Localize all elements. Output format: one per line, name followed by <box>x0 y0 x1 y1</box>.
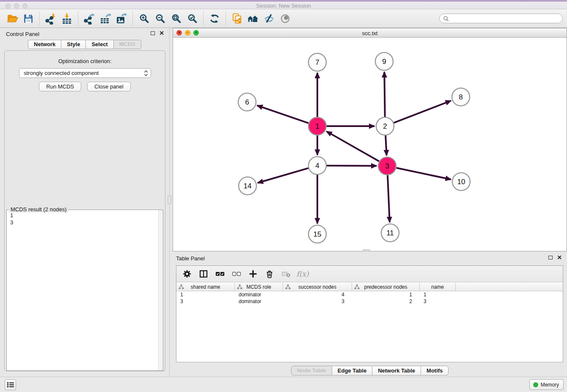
mcds-result-line: 1 <box>10 212 160 219</box>
table-row[interactable]: 1dominator411 <box>176 291 563 298</box>
graph-node-label: 10 <box>457 178 465 186</box>
delete-table-icon[interactable] <box>281 269 291 279</box>
table-row[interactable]: 3dominator323 <box>176 298 563 305</box>
function-builder-icon[interactable]: f(x) <box>298 269 307 279</box>
tab-mcds[interactable]: MCDS <box>114 40 141 49</box>
column-header-predecessor-nodes[interactable]: predecessor nodes <box>352 283 420 291</box>
edge-2-9[interactable] <box>384 72 385 117</box>
mcds-result-list: 13 <box>7 210 163 228</box>
panel-splitter-grip[interactable] <box>168 196 171 204</box>
float-table-panel-icon[interactable] <box>548 256 553 259</box>
network-view-window: ✕ − + scc.txt 1234678910111415 <box>173 28 567 251</box>
import-table-icon[interactable] <box>59 11 75 26</box>
criterion-dropdown-value: strongly connected component <box>24 70 144 76</box>
export-network-icon[interactable] <box>81 11 97 26</box>
cell-name: 1 <box>420 292 456 298</box>
titlebar-accent <box>0 0 567 2</box>
show-columns-icon[interactable] <box>199 269 208 279</box>
chevron-up-down-icon <box>144 70 148 77</box>
status-bar: Memory <box>0 377 567 392</box>
task-history-button[interactable] <box>5 379 16 390</box>
toolbar-separator <box>226 11 226 26</box>
column-header-label: predecessor nodes <box>364 284 407 290</box>
tab-network[interactable]: Network <box>28 40 61 49</box>
memory-label: Memory <box>541 382 559 388</box>
run-mcds-button[interactable]: Run MCDS <box>39 82 81 91</box>
delete-column-trash-icon[interactable] <box>265 269 274 279</box>
toolbar-separator <box>132 11 133 26</box>
window-title: Session: New Session <box>0 3 567 9</box>
cell-mcds-role: dominator <box>235 292 283 298</box>
search-text-field[interactable] <box>451 16 559 22</box>
tab-style[interactable]: Style <box>61 40 86 49</box>
cell-predecessor-nodes: 2 <box>352 298 420 304</box>
tab-motifs[interactable]: Motifs <box>421 366 449 375</box>
tab-select[interactable]: Select <box>86 40 113 49</box>
graph-node-label: 7 <box>315 58 319 66</box>
network-resize-grip[interactable] <box>363 249 370 251</box>
table-toolbar: f(x) <box>176 266 563 282</box>
edge-1-6[interactable] <box>257 105 309 123</box>
graph-node-label: 11 <box>386 229 394 237</box>
cell-shared-name: 1 <box>176 292 235 298</box>
column-header-name[interactable]: name <box>420 283 456 291</box>
export-image-icon[interactable] <box>113 11 129 26</box>
zoom-fit-icon[interactable] <box>168 11 184 26</box>
search-input[interactable] <box>439 14 563 23</box>
optimization-criterion-label: Optimization criterion: <box>5 58 165 64</box>
tab-network-table[interactable]: Network Table <box>372 366 421 375</box>
hide-selected-icon[interactable] <box>261 11 277 26</box>
edge-4-14[interactable] <box>258 168 308 183</box>
criterion-dropdown[interactable]: strongly connected component <box>19 68 151 78</box>
import-network-icon[interactable] <box>43 11 59 26</box>
close-table-panel-icon[interactable]: ✕ <box>557 255 562 259</box>
control-panel-title: Control Panel <box>6 31 39 37</box>
table-body: 1dominator4113dominator323 <box>176 291 563 305</box>
open-folder-icon[interactable] <box>4 11 20 26</box>
edge-4-3[interactable] <box>327 166 377 166</box>
network-canvas[interactable]: 1234678910111415 <box>173 38 567 251</box>
save-icon[interactable] <box>20 11 36 26</box>
zoom-in-icon[interactable] <box>136 11 152 26</box>
search-icon <box>443 16 449 22</box>
deselect-all-icon[interactable] <box>232 269 241 279</box>
clone-network-icon[interactable] <box>229 11 245 26</box>
float-panel-icon[interactable] <box>151 31 155 35</box>
zoom-selected-icon[interactable] <box>184 11 200 26</box>
first-neighbors-icon[interactable] <box>245 11 261 26</box>
graph-node-label: 2 <box>383 122 387 130</box>
column-header-successor-nodes[interactable]: successor nodes <box>283 283 352 291</box>
add-column-icon[interactable] <box>248 269 258 279</box>
edge-2-3[interactable] <box>385 135 387 155</box>
select-all-icon[interactable] <box>215 269 225 279</box>
graph-node-label: 14 <box>244 182 252 190</box>
tab-node-table[interactable]: Node Table <box>291 366 332 375</box>
show-hidden-icon[interactable] <box>277 11 293 26</box>
memory-button[interactable]: Memory <box>529 379 564 390</box>
table-panel-title: Table Panel <box>176 255 205 262</box>
column-header-label: successor nodes <box>298 284 336 290</box>
list-icon <box>7 382 14 388</box>
cell-predecessor-nodes: 1 <box>352 292 420 298</box>
tab-edge-table[interactable]: Edge Table <box>332 366 372 375</box>
close-panel-button[interactable]: Close panel <box>87 82 131 91</box>
edge-3-1[interactable] <box>327 131 379 161</box>
edge-2-8[interactable] <box>394 101 451 123</box>
network-window-titlebar[interactable]: ✕ − + scc.txt <box>173 28 567 38</box>
close-panel-icon[interactable]: ✕ <box>159 31 164 35</box>
refresh-icon[interactable] <box>206 11 223 26</box>
zoom-out-icon[interactable] <box>152 11 168 26</box>
toolbar-separator <box>39 11 40 26</box>
table-panel: Table Panel ✕ f(x) shared nameMCDS roles… <box>173 252 567 377</box>
table-panel-tabs: Node TableEdge TableNetwork TableMotifs <box>173 366 567 375</box>
edge-3-11[interactable] <box>388 175 390 222</box>
graph-node-label: 3 <box>385 162 389 170</box>
table-settings-gear-icon[interactable] <box>182 269 192 279</box>
column-header-shared-name[interactable]: shared name <box>176 283 235 291</box>
column-header-label: name <box>431 284 444 290</box>
export-table-icon[interactable] <box>97 11 113 26</box>
graph-node-label: 4 <box>315 162 319 170</box>
column-header-mcds-role[interactable]: MCDS role <box>235 283 283 291</box>
edge-3-10[interactable] <box>396 168 451 179</box>
result-scrollbar[interactable] <box>158 210 163 370</box>
